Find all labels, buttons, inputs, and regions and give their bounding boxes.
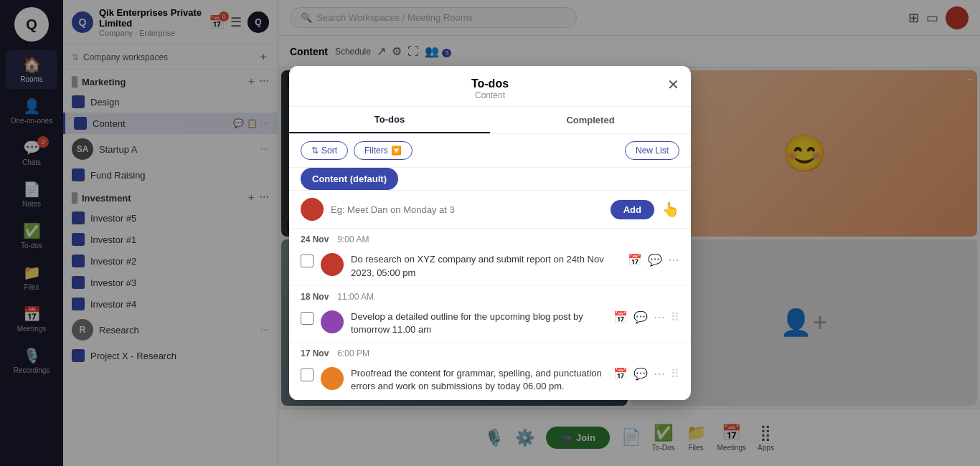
todo-time-2: 11:00 AM	[337, 292, 374, 302]
todo-checkbox-3[interactable]	[301, 368, 314, 381]
drag-icon-2[interactable]: ⠿	[671, 310, 679, 324]
todo-text-3: Proofread the content for grammar, spell…	[351, 367, 606, 393]
modal-title: To-dos	[303, 77, 677, 90]
sort-icon: ⇅	[311, 146, 319, 156]
todo-text-2: Develop a detailed outline for the upcom…	[351, 310, 606, 336]
calendar-action-icon-2[interactable]: 📅	[613, 310, 628, 324]
more-action-icon-1[interactable]: ⋯	[668, 253, 679, 267]
add-todo-btn[interactable]: Add	[611, 200, 654, 219]
tab-content-default[interactable]: Content (default)	[301, 168, 398, 190]
todo-checkbox-2[interactable]	[301, 312, 314, 325]
modal-toolbar: ⇅ Sort Filters 🔽 New List	[289, 134, 691, 168]
sort-label: Sort	[321, 146, 337, 156]
tab-todos[interactable]: To-dos	[289, 107, 490, 133]
chat-action-icon-1[interactable]: 💬	[648, 253, 662, 267]
tab-completed[interactable]: Completed	[490, 107, 691, 133]
filters-btn[interactable]: Filters 🔽	[354, 141, 413, 160]
todo-actions-2: 📅 💬 ⋯ ⠿	[613, 310, 679, 324]
input-avatar	[301, 198, 324, 221]
cursor-icon: 👆	[661, 201, 679, 218]
todo-group-1: 24 Nov 9:00 AM Do research on XYZ compan…	[289, 229, 691, 285]
more-action-icon-2[interactable]: ⋯	[654, 310, 665, 324]
todo-input[interactable]	[331, 204, 603, 215]
todo-avatar-2	[321, 310, 344, 333]
todo-item-2: Develop a detailed outline for the upcom…	[289, 305, 691, 343]
modal-input-row: Add 👆	[289, 191, 691, 229]
todo-date-row-3: 17 Nov 6:00 PM	[289, 343, 691, 361]
new-list-btn[interactable]: New List	[625, 141, 679, 160]
drag-icon-3[interactable]: ⠿	[671, 367, 679, 381]
todo-item-1: Do research on XYZ company and submit re…	[289, 247, 691, 285]
modal-close-btn[interactable]: ✕	[667, 76, 679, 93]
todo-date-1: 24 Nov	[301, 234, 329, 244]
chat-action-icon-2[interactable]: 💬	[633, 310, 648, 324]
sort-btn[interactable]: ⇅ Sort	[301, 141, 348, 160]
todo-actions-1: 📅 💬 ⋯	[628, 253, 679, 267]
modal-subtitle: Content	[303, 90, 677, 100]
modal-header: To-dos Content ✕	[289, 66, 691, 107]
todo-group-3: 17 Nov 6:00 PM Proofread the content for…	[289, 343, 691, 399]
filter-icon: 🔽	[391, 146, 402, 156]
todo-group-2: 18 Nov 11:00 AM Develop a detailed outli…	[289, 286, 691, 343]
todo-item-3: Proofread the content for grammar, spell…	[289, 361, 691, 399]
chat-action-icon-3[interactable]: 💬	[633, 367, 648, 381]
todo-list: 24 Nov 9:00 AM Do research on XYZ compan…	[289, 229, 691, 399]
todo-time-1: 9:00 AM	[337, 234, 369, 244]
todo-checkbox-1[interactable]	[301, 255, 314, 267]
list-tabs: Content (default)	[289, 168, 691, 191]
todo-date-2: 18 Nov	[301, 292, 329, 302]
calendar-action-icon-1[interactable]: 📅	[628, 253, 642, 267]
calendar-action-icon-3[interactable]: 📅	[613, 367, 628, 381]
todo-avatar-3	[321, 367, 344, 390]
todo-date-row-1: 24 Nov 9:00 AM	[289, 229, 691, 247]
todos-modal: To-dos Content ✕ To-dos Completed ⇅ Sort…	[289, 66, 691, 399]
filters-label: Filters	[364, 146, 388, 156]
todo-date-row-2: 18 Nov 11:00 AM	[289, 286, 691, 305]
more-action-icon-3[interactable]: ⋯	[654, 367, 665, 381]
modal-overlay[interactable]: To-dos Content ✕ To-dos Completed ⇅ Sort…	[0, 0, 980, 466]
todo-text-1: Do research on XYZ company and submit re…	[351, 253, 621, 279]
todo-date-3: 17 Nov	[301, 348, 329, 358]
modal-tabs: To-dos Completed	[289, 107, 691, 134]
todo-avatar-1	[321, 253, 344, 276]
todo-time-3: 6:00 PM	[337, 348, 369, 358]
todo-actions-3: 📅 💬 ⋯ ⠿	[613, 367, 679, 381]
